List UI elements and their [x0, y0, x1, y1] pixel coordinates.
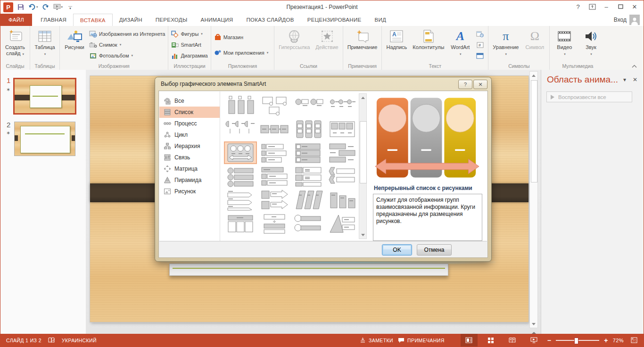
category-пирамида[interactable]: Пирамида	[159, 174, 220, 186]
gallery-item-circle-list[interactable]	[224, 165, 257, 188]
ok-button[interactable]: OK	[382, 244, 412, 256]
spell-check-button[interactable]	[48, 337, 55, 343]
redo-button[interactable]	[41, 2, 50, 12]
undo-button[interactable]: ▾	[28, 2, 38, 12]
gallery-item-alternating-blocks[interactable]	[326, 141, 359, 164]
save-button[interactable]	[16, 2, 25, 12]
zoom-slider[interactable]	[556, 340, 599, 341]
gallery-item-bending-picture-list[interactable]	[326, 94, 359, 117]
gallery-item-pyramid-list[interactable]	[326, 212, 359, 235]
new-slide-button[interactable]: Создатьслайд ▾	[2, 27, 28, 62]
sign-in[interactable]: Вход	[614, 15, 640, 25]
gallery-item-continuous-picture-list[interactable]	[224, 141, 257, 164]
slide-2-thumbnail[interactable]	[14, 122, 75, 156]
gallery-item-half-circle-list[interactable]	[224, 118, 257, 140]
close-button[interactable]: ✕	[627, 1, 642, 12]
chart-button[interactable]: Диаграмма	[171, 51, 207, 60]
cancel-button[interactable]: Отмена	[417, 244, 452, 256]
tab-анимация[interactable]: АНИМАЦИЯ	[194, 14, 239, 26]
category-матрица[interactable]: Матрица	[159, 163, 220, 174]
tab-главная[interactable]: ГЛАВНАЯ	[34, 14, 73, 26]
gallery-item-segmented-process[interactable]	[258, 212, 291, 235]
canvas-vertical-scrollbar[interactable]	[529, 71, 538, 328]
hyperlink-button[interactable]: Гиперссылка	[276, 27, 312, 62]
zoom-in-button[interactable]: +	[604, 337, 608, 344]
gallery-item-lined-list[interactable]	[292, 189, 325, 211]
new-comment-button[interactable]: Примечание	[345, 27, 380, 62]
table-button[interactable]: Таблица▾	[32, 27, 58, 62]
pane-options-dropdown[interactable]: ▾	[623, 76, 626, 83]
smartart-button[interactable]: SmartArt	[171, 40, 207, 50]
gallery-item-vertical-block-list[interactable]	[292, 118, 325, 140]
my-apps-button[interactable]: Мои приложения ▾	[214, 48, 269, 58]
header-footer-button[interactable]: Колонтитулы	[410, 27, 446, 62]
comments-button[interactable]: ПРИМЕЧАНИЯ	[398, 338, 445, 343]
category-цикл[interactable]: Цикл	[159, 129, 220, 140]
pane-close-icon[interactable]: ✕	[633, 76, 637, 83]
category-все[interactable]: Все	[159, 95, 220, 107]
zoom-level[interactable]: 72%	[613, 338, 624, 343]
shapes-button[interactable]: Фигуры ▾	[171, 29, 207, 39]
category-рисунок[interactable]: Рисунок	[159, 186, 220, 197]
gallery-item-picture-accent-list[interactable]	[292, 141, 325, 164]
powerpoint-logo-icon[interactable]: P	[3, 2, 13, 12]
tab-рецензирование[interactable]: РЕЦЕНЗИРОВАНИЕ	[301, 14, 368, 26]
gallery-scrollbar-thumb[interactable]	[360, 121, 367, 183]
gallery-item-circle-accent-list[interactable]	[292, 212, 325, 235]
zoom-slider-thumb[interactable]	[574, 338, 578, 344]
tab-вставка[interactable]: ВСТАВКА	[73, 14, 113, 26]
object-button[interactable]	[475, 51, 485, 60]
gallery-item-accent-process[interactable]	[258, 118, 291, 140]
minimize-button[interactable]: –	[599, 1, 613, 12]
tab-переходы[interactable]: ПЕРЕХОДЫ	[149, 14, 194, 26]
slide-sorter-view-button[interactable]	[482, 334, 499, 347]
online-pictures-button[interactable]: Изображения из Интернета	[89, 29, 165, 39]
gallery-item-arrow-bar-list[interactable]	[224, 189, 257, 211]
content-placeholder-box[interactable]	[169, 264, 448, 276]
scrollbar-thumb[interactable]	[531, 80, 537, 182]
gallery-scroll-up[interactable]	[359, 94, 366, 101]
slide-1-thumbnail[interactable]	[13, 78, 76, 115]
gallery-item-grouped-list[interactable]	[292, 165, 325, 188]
slideshow-view-button[interactable]	[526, 334, 543, 347]
gallery-item-picture-caption-list[interactable]	[258, 94, 291, 117]
gallery-item-varying-width-list[interactable]	[258, 141, 291, 164]
gallery-item-descending-block-list[interactable]	[326, 189, 359, 211]
category-иерархия[interactable]: Иерархия	[159, 140, 220, 152]
category-список[interactable]: Список	[159, 107, 220, 118]
symbol-button[interactable]: Ω Символ	[522, 27, 547, 62]
play-all-button[interactable]: Воспроизвести все	[546, 91, 632, 102]
gallery-item-horizontal-picture-list[interactable]	[292, 94, 325, 117]
audio-button[interactable]: Звук▾	[578, 27, 603, 62]
zoom-out-button[interactable]: −	[547, 337, 552, 344]
category-процесс[interactable]: Процесс	[159, 118, 220, 129]
normal-view-button[interactable]	[461, 334, 478, 347]
store-button[interactable]: Магазин	[214, 33, 269, 42]
tab-показ слайдов[interactable]: ПОКАЗ СЛАЙДОВ	[239, 14, 300, 26]
slide-number-button[interactable]: #	[475, 40, 485, 50]
collapse-ribbon-button[interactable]	[632, 65, 637, 68]
reading-view-button[interactable]	[504, 334, 521, 347]
language-button[interactable]: УКРАИНСКИЙ	[62, 338, 97, 343]
date-time-button[interactable]	[475, 29, 485, 39]
video-button[interactable]: Видео▾	[552, 27, 577, 62]
gallery-item-picture-arrow-list[interactable]	[258, 189, 291, 211]
dialog-close-button[interactable]: ✕	[473, 80, 487, 89]
gallery-item-picture-grid-table[interactable]	[326, 118, 359, 140]
tab-вид[interactable]: ВИД	[368, 14, 393, 26]
category-связь[interactable]: Связь	[159, 152, 220, 163]
equation-button[interactable]: π Уравнение▾	[490, 27, 521, 62]
fit-slide-button[interactable]	[628, 334, 640, 347]
customize-quick-access-button[interactable]: —▾	[66, 2, 75, 12]
gallery-item-vertical-picture-list[interactable]	[224, 94, 257, 117]
tab-дизайн[interactable]: ДИЗАЙН	[113, 14, 149, 26]
action-button[interactable]: Действие	[313, 27, 340, 62]
account-avatar[interactable]	[629, 15, 640, 25]
pictures-button[interactable]: Рисунки	[62, 27, 87, 62]
scroll-down-button[interactable]	[530, 320, 537, 328]
notes-button[interactable]: ЗАМЕТКИ	[360, 338, 393, 343]
gallery-scroll-down[interactable]	[359, 231, 366, 239]
gallery-item-stacked-list[interactable]	[258, 165, 291, 188]
maximize-button[interactable]	[613, 1, 627, 12]
photo-album-button[interactable]: Фотоальбом ▾	[89, 51, 165, 60]
